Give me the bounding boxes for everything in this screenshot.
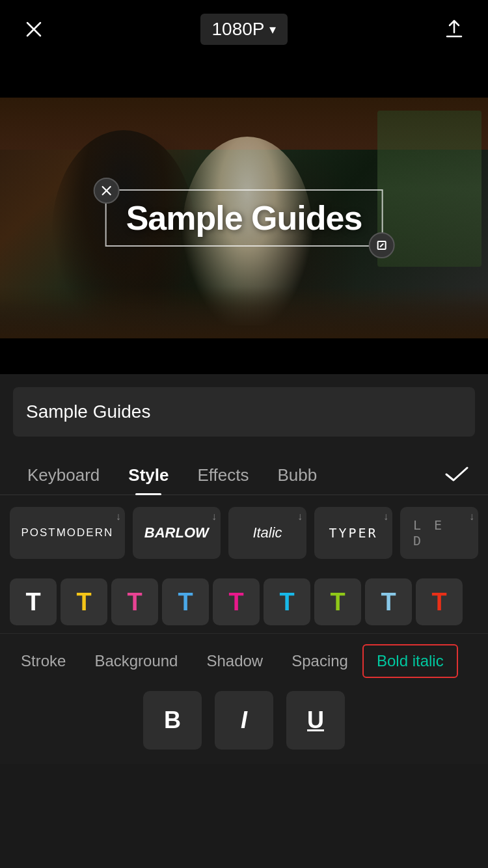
download-icon: ↓ [383, 511, 388, 522]
chevron-down-icon: ▾ [269, 21, 276, 37]
font-label-italic: Italic [252, 524, 282, 541]
resolution-selector[interactable]: 1080P ▾ [200, 14, 288, 45]
download-icon: ↓ [211, 511, 217, 522]
top-bar: 1080P ▾ [0, 0, 488, 59]
tab-effects[interactable]: Effects [183, 456, 263, 495]
checkmark-button[interactable] [439, 457, 475, 495]
preview-bottom-bar [0, 338, 488, 374]
export-button[interactable] [440, 15, 468, 44]
color-t-btn-black[interactable]: T [10, 578, 57, 625]
tab-background[interactable]: Background [80, 644, 192, 678]
bold-button[interactable]: B [143, 691, 202, 750]
style-tabs-row: Keyboard Style Effects Bubb [0, 450, 488, 495]
font-label-typer: TYPER [329, 525, 377, 541]
color-t-btn-blue[interactable]: T [162, 578, 209, 625]
font-preset-barlow[interactable]: ↓ BARLOW [133, 507, 221, 559]
font-label-led: L E D [413, 517, 465, 549]
resolution-label: 1080P [212, 19, 265, 40]
underline-button[interactable]: U [286, 691, 345, 750]
color-t-btn-light-blue[interactable]: T [365, 578, 412, 625]
text-overlay-box[interactable]: Sample Guides [105, 189, 383, 247]
tab-style[interactable]: Style [114, 456, 183, 495]
video-preview[interactable]: Sample Guides [0, 98, 488, 338]
text-input-area [0, 374, 488, 450]
preview-top-bar [0, 59, 488, 98]
download-icon: ↓ [297, 511, 303, 522]
tab-shadow[interactable]: Shadow [192, 644, 277, 678]
tab-keyboard[interactable]: Keyboard [13, 456, 114, 495]
color-style-row: TTTTTTTTT [0, 571, 488, 633]
format-tabs-row: Stroke Background Shadow Spacing Bold it… [0, 644, 488, 678]
download-icon: ↓ [469, 511, 474, 522]
font-preset-typer[interactable]: ↓ TYPER [314, 507, 392, 559]
tab-bubble[interactable]: Bubb [263, 456, 331, 495]
color-t-btn-yellow[interactable]: T [61, 578, 107, 625]
font-preset-postmodern[interactable]: ↓ POSTMODERN [10, 507, 125, 559]
font-presets-row: ↓ POSTMODERN ↓ BARLOW ↓ Italic ↓ TYPER ↓… [0, 495, 488, 571]
font-preset-italic[interactable]: ↓ Italic [228, 507, 306, 559]
italic-button[interactable]: I [215, 691, 273, 750]
font-label-barlow: BARLOW [144, 524, 209, 541]
tab-stroke[interactable]: Stroke [7, 644, 80, 678]
text-input[interactable] [13, 387, 475, 437]
font-preset-led[interactable]: ↓ L E D [400, 507, 478, 559]
delete-handle[interactable] [94, 178, 120, 204]
format-buttons-row: B I U [0, 678, 488, 756]
resize-handle[interactable] [368, 232, 394, 258]
color-t-btn-hot-pink[interactable]: T [213, 578, 260, 625]
canvas-text: Sample Guides [126, 198, 362, 237]
close-button[interactable] [20, 15, 48, 44]
bottom-toolbar: Stroke Background Shadow Spacing Bold it… [0, 633, 488, 764]
color-t-btn-green[interactable]: T [314, 578, 361, 625]
tab-bold-italic[interactable]: Bold italic [362, 644, 458, 678]
counter [0, 286, 488, 338]
font-label-postmodern: POSTMODERN [21, 526, 113, 539]
svg-line-7 [380, 244, 383, 247]
tab-spacing[interactable]: Spacing [277, 644, 362, 678]
download-icon: ↓ [116, 511, 121, 522]
color-t-btn-red[interactable]: T [416, 578, 463, 625]
color-t-btn-sky-blue[interactable]: T [264, 578, 310, 625]
color-t-btn-pink[interactable]: T [111, 578, 158, 625]
